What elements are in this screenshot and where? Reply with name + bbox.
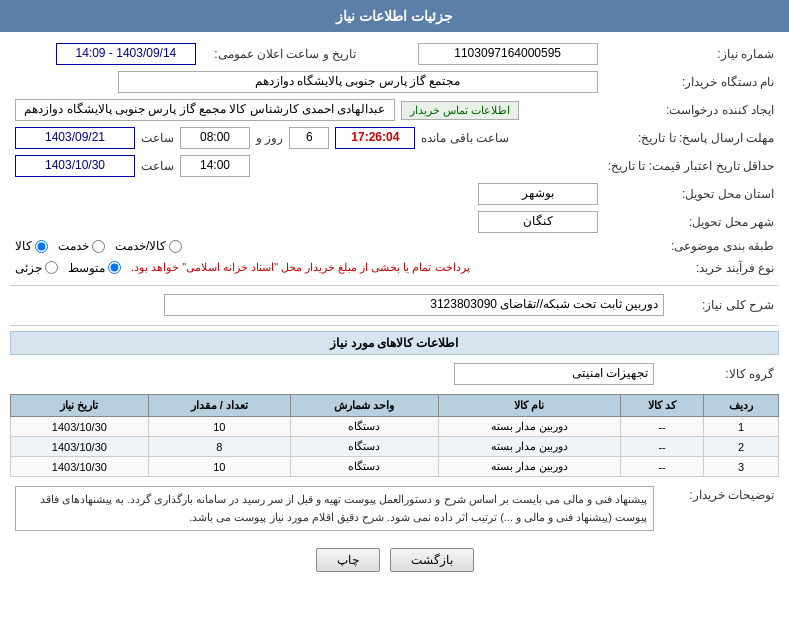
radio-khedmat[interactable]: خدمت <box>58 239 105 253</box>
col-tedad: تعداد / مقدار <box>148 395 290 417</box>
chap-button[interactable]: چاپ <box>316 548 380 572</box>
button-group: بازگشت چاپ <box>10 548 779 572</box>
tozi-table: توضیحات خریدار: پیشنهاد فنی و مالی می با… <box>10 483 779 540</box>
tarikh-elam-label: تاریخ و ساعت اعلان عمومی: <box>214 47 356 61</box>
nam-dastgah-label: نام دستگاه خریدار: <box>603 68 779 96</box>
sharh-koli-table: شرح کلی نیاز: دوربین ثابت تحت شبکه//تقاض… <box>10 291 779 319</box>
shahr-field: کنگان <box>478 211 598 233</box>
mohlat-saat-field: 08:00 <box>180 127 250 149</box>
items-table: ردیف کد کالا نام کالا واحد شمارش تعداد /… <box>10 394 779 477</box>
col-radif: ردیف <box>704 395 779 417</box>
ostan-field: بوشهر <box>478 183 598 205</box>
mohlat-label: مهلت ارسال پاسخ: تا تاریخ: <box>603 124 779 152</box>
col-vahed: واحد شمارش <box>290 395 438 417</box>
page-wrapper: جزئیات اطلاعات نیاز شماره نیاز: 11030971… <box>0 0 789 642</box>
shomare-niaz-label: شماره نیاز: <box>603 40 779 68</box>
radio-motovaset[interactable]: متوسط <box>68 261 121 275</box>
col-tarikh: تاریخ نیاز <box>11 395 149 417</box>
mohlat-rooz-field: 6 <box>289 127 329 149</box>
kala-section-header: اطلاعات کالاهای مورد نیاز <box>10 331 779 355</box>
shomare-niaz-field: 1103097164000595 <box>418 43 598 65</box>
radio-jozei[interactable]: جزئی <box>15 261 58 275</box>
farayand-note: پرداخت تمام یا بخشی از مبلغ خریدار محل "… <box>131 259 470 276</box>
gorohe-kala-label: گروه کالا: <box>659 360 779 388</box>
ostan-label: استان محل تحویل: <box>603 180 779 208</box>
shomare-niaz-value: 1103097164000595 <box>361 40 603 68</box>
tarikh-eabar-label: حداقل تاریخ اعتبار قیمت: تا تاریخ: <box>603 152 779 180</box>
tozi-hat-box: پیشنهاد فنی و مالی می بایست بر اساس شرح … <box>15 486 654 531</box>
baqi-mande-label: ساعت باقی مانده <box>421 131 509 145</box>
main-content: شماره نیاز: 1103097164000595 تاریخ و ساع… <box>0 32 789 588</box>
sharh-koli-field: دوربین ثابت تحت شبکه//تقاضای 3123803090 <box>164 294 664 316</box>
table-row: 3--دوربین مدار بستهدستگاه101403/10/30 <box>11 457 779 477</box>
mohlat-date-field: 1403/09/21 <box>15 127 135 149</box>
col-name: نام کالا <box>438 395 620 417</box>
saat-label: ساعت <box>141 131 174 145</box>
bazgasht-button[interactable]: بازگشت <box>390 548 474 572</box>
gorohe-kala-field: تجهیزات امنیتی <box>454 363 654 385</box>
tarikh-eabar-date-field: 1403/10/30 <box>15 155 135 177</box>
gorohe-kala-table: گروه کالا: تجهیزات امنیتی <box>10 360 779 388</box>
noع-farayand-label: نوع فرآیند خرید: <box>603 256 779 279</box>
ijad-konande-field: عبدالهادی احمدی کارشناس کالا مجمع گاز پا… <box>15 99 395 121</box>
radio-kala[interactable]: کالا <box>15 239 48 253</box>
mohlat-mande-field: 17:26:04 <box>335 127 415 149</box>
sharh-koli-label: شرح کلی نیاز: <box>669 291 779 319</box>
page-title: جزئیات اطلاعات نیاز <box>336 8 453 24</box>
tozi-hat-label: توضیحات خریدار: <box>659 483 779 540</box>
contact-info-button[interactable]: اطلاعات تماس خریدار <box>401 101 519 120</box>
radio-kala-khedmat[interactable]: کالا/خدمت <box>115 239 182 253</box>
nam-dastgah-field: مجتمع گاز پارس جنوبی پالایشگاه دوازدهم <box>118 71 598 93</box>
tarikh-eabar-saat-field: 14:00 <box>180 155 250 177</box>
divider2 <box>10 325 779 326</box>
tabagheh-label: طبقه بندی موضوعی: <box>603 236 779 256</box>
divider1 <box>10 285 779 286</box>
info-table: شماره نیاز: 1103097164000595 تاریخ و ساع… <box>10 40 779 279</box>
ijad-konande-label: ایجاد کننده درخواست: <box>603 96 779 124</box>
table-row: 2--دوربین مدار بستهدستگاه81403/10/30 <box>11 437 779 457</box>
page-header: جزئیات اطلاعات نیاز <box>0 0 789 32</box>
tarikh-elam-value: 1403/09/14 - 14:09 <box>56 43 196 65</box>
shahr-label: شهر محل تحویل: <box>603 208 779 236</box>
col-kod: کد کالا <box>621 395 704 417</box>
table-row: 1--دوربین مدار بستهدستگاه101403/10/30 <box>11 417 779 437</box>
saat-label2: ساعت <box>141 159 174 173</box>
rooz-label: روز و <box>256 131 283 145</box>
